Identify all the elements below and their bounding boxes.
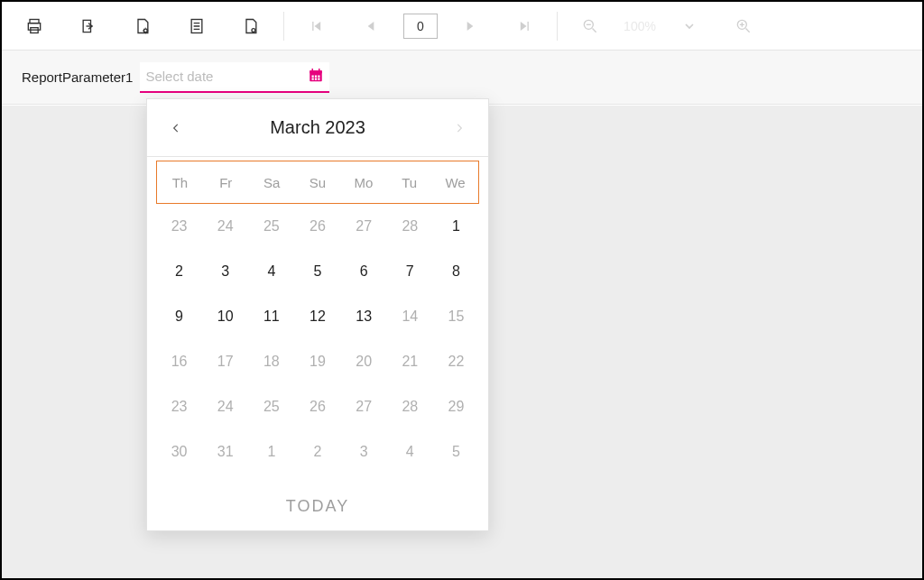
- calendar-week-row: 2324252627281: [156, 204, 479, 249]
- calendar-next-month-button[interactable]: [447, 115, 472, 141]
- calendar-day-cell[interactable]: 15: [433, 294, 479, 339]
- page-setup-button[interactable]: [224, 2, 278, 51]
- calendar-day-cell[interactable]: 28: [387, 204, 433, 249]
- calendar-day-cell[interactable]: 17: [202, 339, 248, 384]
- calendar-week-row: 16171819202122: [156, 339, 479, 384]
- calendar-day-cell[interactable]: 21: [387, 339, 433, 384]
- date-input-underline: [140, 91, 329, 93]
- calendar-day-cell[interactable]: 3: [341, 429, 387, 474]
- calendar-day-cell[interactable]: 26: [294, 384, 340, 429]
- calendar-day-cell[interactable]: 10: [202, 294, 248, 339]
- calendar-title[interactable]: March 2023: [270, 117, 365, 138]
- calendar-dow-cell: Tu: [386, 161, 432, 203]
- calendar-day-cell[interactable]: 13: [341, 294, 387, 339]
- calendar-day-cell[interactable]: 5: [294, 249, 340, 294]
- export-button[interactable]: [61, 2, 116, 51]
- calendar-day-cell[interactable]: 6: [341, 249, 387, 294]
- parameter-label: ReportParameter1: [22, 69, 133, 85]
- calendar-week-row: 23242526272829: [156, 384, 479, 429]
- svg-rect-14: [319, 75, 320, 77]
- date-picker-field[interactable]: [140, 62, 329, 93]
- first-page-button[interactable]: [290, 2, 344, 51]
- calendar-day-cell[interactable]: 30: [156, 429, 202, 474]
- calendar-day-cell[interactable]: 26: [294, 204, 340, 249]
- date-input[interactable]: [140, 62, 329, 91]
- svg-point-3: [144, 29, 148, 32]
- calendar-day-cell[interactable]: 12: [294, 294, 340, 339]
- calendar-day-cell[interactable]: 29: [433, 384, 479, 429]
- calendar-prev-month-button[interactable]: [163, 115, 189, 141]
- calendar-day-cell[interactable]: 25: [248, 204, 294, 249]
- calendar-popup: March 2023 ThFrSaSuMoTuWe 23242526272812…: [146, 98, 489, 531]
- report-toolbar: 100%: [2, 2, 922, 51]
- calendar-dow-cell: We: [432, 161, 478, 203]
- zoom-level-label: 100%: [617, 19, 662, 33]
- last-page-button[interactable]: [497, 2, 551, 51]
- calendar-day-cell[interactable]: 4: [248, 249, 294, 294]
- calendar-day-cell[interactable]: 16: [156, 339, 202, 384]
- calendar-day-cell[interactable]: 14: [387, 294, 433, 339]
- calendar-week-row: 303112345: [156, 429, 479, 474]
- export-settings-button[interactable]: [116, 2, 170, 51]
- calendar-dow-row: ThFrSaSuMoTuWe: [156, 161, 479, 204]
- calendar-day-cell[interactable]: 8: [433, 249, 479, 294]
- calendar-day-cell[interactable]: 4: [387, 429, 433, 474]
- calendar-day-cell[interactable]: 28: [387, 384, 433, 429]
- calendar-day-cell[interactable]: 24: [202, 384, 248, 429]
- calendar-week-row: 9101112131415: [156, 294, 479, 339]
- calendar-day-cell[interactable]: 1: [248, 429, 294, 474]
- calendar-day-cell[interactable]: 19: [294, 339, 340, 384]
- calendar-day-cell[interactable]: 9: [156, 294, 202, 339]
- page-number-input[interactable]: [403, 14, 438, 39]
- zoom-dropdown-button[interactable]: [662, 2, 716, 51]
- svg-point-5: [252, 28, 255, 32]
- toolbar-divider: [557, 12, 558, 41]
- parameter-bar: ReportParameter1: [2, 51, 922, 105]
- calendar-day-cell[interactable]: 18: [248, 339, 294, 384]
- calendar-day-cell[interactable]: 27: [341, 204, 387, 249]
- calendar-day-cell[interactable]: 11: [248, 294, 294, 339]
- calendar-week-row: 2345678: [156, 249, 479, 294]
- svg-rect-13: [315, 75, 317, 77]
- svg-rect-10: [312, 69, 314, 71]
- next-page-button[interactable]: [443, 2, 497, 51]
- calendar-header: March 2023: [147, 99, 488, 157]
- calendar-day-cell[interactable]: 23: [156, 384, 202, 429]
- svg-rect-17: [319, 78, 320, 79]
- calendar-day-cell[interactable]: 5: [433, 429, 479, 474]
- calendar-today-button[interactable]: TODAY: [147, 482, 488, 530]
- svg-rect-12: [312, 75, 314, 77]
- prev-page-button[interactable]: [344, 2, 398, 51]
- calendar-day-cell[interactable]: 23: [156, 204, 202, 249]
- calendar-day-cell[interactable]: 25: [248, 384, 294, 429]
- svg-rect-11: [319, 69, 320, 71]
- layout-button[interactable]: [170, 2, 224, 51]
- calendar-icon[interactable]: [308, 67, 324, 86]
- calendar-day-cell[interactable]: 20: [341, 339, 387, 384]
- calendar-day-cell[interactable]: 27: [341, 384, 387, 429]
- print-button[interactable]: [7, 2, 61, 51]
- toolbar-divider: [283, 12, 284, 41]
- calendar-day-cell[interactable]: 22: [433, 339, 479, 384]
- svg-rect-16: [315, 78, 317, 79]
- calendar-dow-cell: Su: [295, 161, 341, 203]
- zoom-out-button[interactable]: [563, 2, 617, 51]
- calendar-grid: ThFrSaSuMoTuWe 2324252627281234567891011…: [147, 157, 488, 482]
- calendar-day-cell[interactable]: 2: [294, 429, 340, 474]
- calendar-day-cell[interactable]: 1: [433, 204, 479, 249]
- zoom-in-button[interactable]: [716, 2, 771, 51]
- calendar-day-cell[interactable]: 7: [387, 249, 433, 294]
- calendar-dow-cell: Mo: [340, 161, 386, 203]
- calendar-day-cell[interactable]: 24: [202, 204, 248, 249]
- calendar-day-cell[interactable]: 2: [156, 249, 202, 294]
- calendar-day-cell[interactable]: 3: [202, 249, 248, 294]
- calendar-day-cell[interactable]: 31: [202, 429, 248, 474]
- calendar-dow-cell: Th: [157, 161, 203, 203]
- svg-rect-15: [312, 78, 314, 79]
- calendar-dow-cell: Sa: [249, 161, 295, 203]
- calendar-dow-cell: Fr: [203, 161, 249, 203]
- svg-rect-9: [310, 70, 323, 73]
